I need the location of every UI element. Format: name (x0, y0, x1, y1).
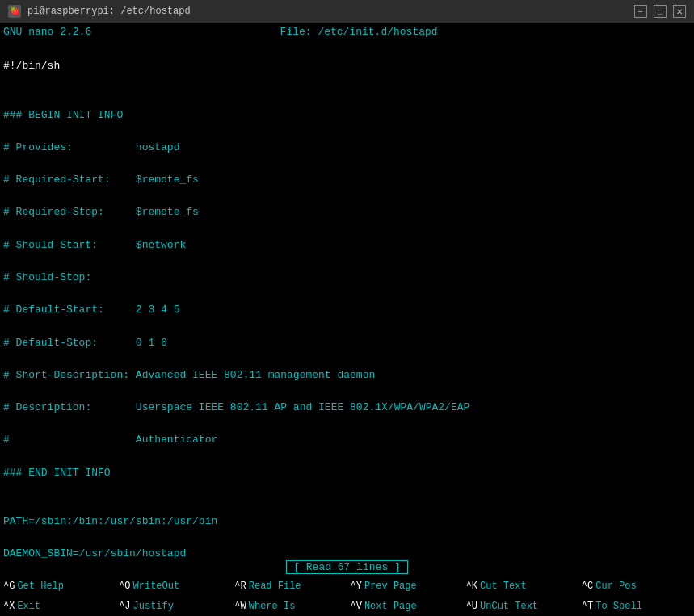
line-7: # Should-Start: $network (3, 237, 691, 254)
footer-label-whereis: Where Is (249, 601, 296, 612)
line-9: # Default-Start: 2 3 4 5 (3, 302, 691, 318)
footer-label-nextpage: Next Page (364, 601, 417, 612)
title-bar-controls: − □ ✕ (634, 5, 686, 18)
footer-key-whereis: ^W (234, 601, 246, 612)
footer-item-prevpage[interactable]: ^Y Prev Page (347, 576, 463, 596)
footer-item-whereis[interactable]: ^W Where Is (231, 596, 347, 616)
maximize-button[interactable]: □ (654, 5, 667, 18)
footer-item-curpos[interactable]: ^C Cur Pos (578, 576, 694, 596)
footer-label-writeout: WriteOut (133, 580, 180, 592)
line-3: ### BEGIN INIT INFO (3, 107, 691, 124)
nano-header: GNU nano 2.2.6 File: /etc/init.d/hostapd (0, 23, 694, 40)
nano-filename: File: /etc/init.d/hostapd (280, 26, 438, 38)
footer-key-writeout: ^O (119, 580, 130, 592)
footer-label-cuttext: Cut Text (480, 580, 527, 592)
line-16: PATH=/sbin:/bin:/usr/sbin:/usr/bin (3, 513, 691, 530)
footer-label-tospell: To Spell (595, 601, 642, 612)
footer-label-justify: Justify (133, 601, 174, 612)
footer-label-readfile: Read File (249, 580, 301, 592)
footer-item-exit[interactable]: ^X Exit (0, 596, 116, 616)
footer-key-nextpage: ^V (351, 601, 362, 612)
footer-key-tospell: ^T (582, 601, 593, 612)
close-button[interactable]: ✕ (673, 5, 686, 18)
footer-key-gethelp: ^G (3, 580, 15, 592)
footer-item-cuttext[interactable]: ^K Cut Text (463, 576, 578, 596)
footer-item-gethelp[interactable]: ^G Get Help (0, 576, 116, 596)
footer-key-justify: ^J (119, 601, 130, 612)
footer-label-uncuttext: UnCut Text (480, 601, 538, 612)
footer-key-uncuttext: ^U (466, 601, 477, 612)
line-13: # Authenticator (3, 432, 691, 448)
line-8: # Should-Stop: (3, 270, 691, 286)
footer-item-uncuttext[interactable]: ^U UnCut Text (463, 596, 578, 616)
line-6: # Required-Stop: $remote_fs (3, 204, 691, 220)
footer-key-exit: ^X (3, 601, 15, 612)
footer-key-curpos: ^C (582, 580, 593, 592)
line-12: # Description: Userspace IEEE 802.11 AP … (3, 400, 691, 416)
title-bar: 🍓 pi@raspberrypi: /etc/hostapd − □ ✕ (0, 0, 694, 23)
footer-key-readfile: ^R (234, 580, 246, 592)
terminal-window: GNU nano 2.2.6 File: /etc/init.d/hostapd… (0, 23, 694, 616)
title-bar-text: pi@raspberrypi: /etc/hostapd (27, 6, 634, 17)
footer-item-readfile[interactable]: ^R Read File (231, 576, 347, 596)
line-17: DAEMON_SBIN=/usr/sbin/hostapd (3, 546, 691, 558)
footer-item-tospell[interactable]: ^T To Spell (578, 596, 694, 616)
footer-item-writeout[interactable]: ^O WriteOut (116, 576, 231, 596)
footer-key-cuttext: ^K (466, 580, 477, 592)
footer-label-gethelp: Get Help (17, 580, 64, 592)
footer-label-curpos: Cur Pos (595, 580, 636, 592)
minimize-button[interactable]: − (634, 5, 647, 18)
line-11: # Short-Description: Advanced IEEE 802.1… (3, 367, 691, 383)
nano-version: GNU nano 2.2.6 (3, 26, 91, 38)
line-4: # Provides: hostapd (3, 140, 691, 156)
line-10: # Default-Stop: 0 1 6 (3, 335, 691, 351)
nano-footer: ^G Get Help ^O WriteOut ^R Read File ^Y … (0, 576, 694, 616)
footer-key-prevpage: ^Y (351, 580, 362, 592)
footer-label-prevpage: Prev Page (364, 580, 417, 592)
line-1: #!/bin/sh (3, 58, 691, 74)
footer-label-exit: Exit (17, 601, 40, 612)
window-icon: 🍓 (8, 5, 21, 18)
nano-content-area[interactable]: #!/bin/sh ### BEGIN INIT INFO # Provides… (0, 40, 694, 558)
status-message: [ Read 67 lines ] (286, 560, 408, 574)
line-14: ### END INIT INFO (3, 465, 691, 481)
line-5: # Required-Start: $remote_fs (3, 172, 691, 188)
footer-item-justify[interactable]: ^J Justify (116, 596, 231, 616)
nano-status-bar: [ Read 67 lines ] (0, 558, 694, 576)
footer-item-nextpage[interactable]: ^V Next Page (347, 596, 463, 616)
